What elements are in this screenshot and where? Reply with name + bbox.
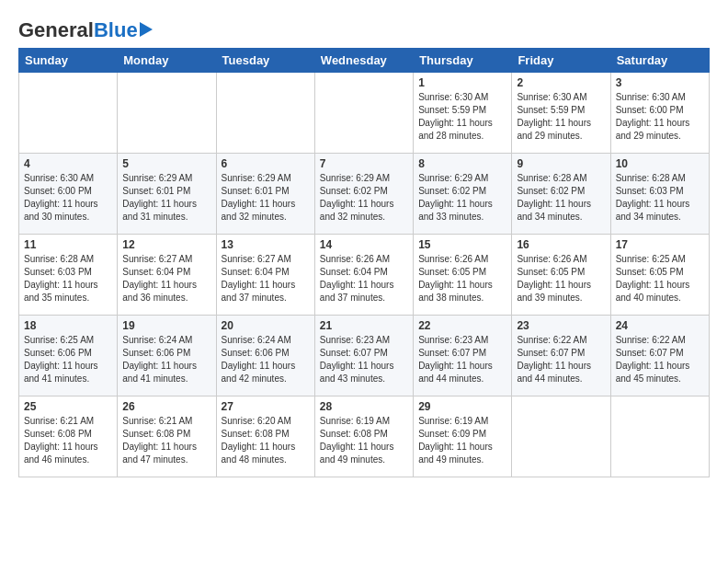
day-info: Sunrise: 6:25 AM Sunset: 6:05 PM Dayligh… (616, 253, 704, 304)
day-number: 12 (122, 238, 210, 251)
day-info: Sunrise: 6:27 AM Sunset: 6:04 PM Dayligh… (222, 253, 310, 304)
day-info: Sunrise: 6:26 AM Sunset: 6:05 PM Dayligh… (517, 253, 605, 304)
calendar-cell: 12Sunrise: 6:27 AM Sunset: 6:04 PM Dayli… (118, 235, 216, 316)
logo-blue: Blue (94, 18, 138, 42)
calendar-cell: 29Sunrise: 6:19 AM Sunset: 6:09 PM Dayli… (414, 396, 512, 477)
day-number: 17 (616, 238, 704, 251)
day-info: Sunrise: 6:19 AM Sunset: 6:09 PM Dayligh… (418, 415, 506, 466)
day-info: Sunrise: 6:22 AM Sunset: 6:07 PM Dayligh… (517, 334, 605, 385)
day-number: 11 (24, 238, 112, 251)
calendar-cell: 7Sunrise: 6:29 AM Sunset: 6:02 PM Daylig… (314, 154, 413, 235)
calendar-cell: 17Sunrise: 6:25 AM Sunset: 6:05 PM Dayli… (610, 235, 709, 316)
day-info: Sunrise: 6:28 AM Sunset: 6:03 PM Dayligh… (616, 172, 704, 224)
calendar-cell: 5Sunrise: 6:29 AM Sunset: 6:01 PM Daylig… (118, 154, 216, 235)
day-number: 23 (517, 319, 605, 332)
day-number: 16 (517, 238, 605, 251)
col-header-sunday: Sunday (19, 49, 118, 73)
calendar-cell: 3Sunrise: 6:30 AM Sunset: 6:00 PM Daylig… (610, 73, 709, 154)
calendar-cell: 2Sunrise: 6:30 AM Sunset: 5:59 PM Daylig… (512, 73, 610, 154)
day-info: Sunrise: 6:23 AM Sunset: 6:07 PM Dayligh… (418, 334, 506, 385)
logo: General Blue (18, 18, 153, 42)
day-info: Sunrise: 6:29 AM Sunset: 6:02 PM Dayligh… (320, 172, 408, 224)
calendar-cell: 28Sunrise: 6:19 AM Sunset: 6:08 PM Dayli… (314, 396, 413, 477)
day-number: 6 (222, 157, 310, 170)
calendar-cell: 8Sunrise: 6:29 AM Sunset: 6:02 PM Daylig… (414, 154, 512, 235)
day-info: Sunrise: 6:30 AM Sunset: 6:00 PM Dayligh… (616, 91, 704, 143)
day-info: Sunrise: 6:29 AM Sunset: 6:01 PM Dayligh… (122, 172, 210, 224)
day-number: 19 (122, 319, 210, 332)
day-number: 7 (320, 157, 408, 170)
calendar-cell: 27Sunrise: 6:20 AM Sunset: 6:08 PM Dayli… (216, 396, 314, 477)
calendar-cell: 24Sunrise: 6:22 AM Sunset: 6:07 PM Dayli… (610, 316, 709, 396)
day-number: 4 (24, 157, 112, 170)
day-info: Sunrise: 6:29 AM Sunset: 6:01 PM Dayligh… (222, 172, 310, 224)
day-number: 28 (320, 400, 408, 413)
calendar-cell (610, 396, 709, 477)
day-info: Sunrise: 6:21 AM Sunset: 6:08 PM Dayligh… (24, 415, 112, 466)
calendar-cell: 13Sunrise: 6:27 AM Sunset: 6:04 PM Dayli… (216, 235, 314, 316)
day-info: Sunrise: 6:24 AM Sunset: 6:06 PM Dayligh… (222, 334, 310, 385)
day-number: 27 (222, 400, 310, 413)
header: General Blue (18, 15, 710, 42)
day-number: 21 (320, 319, 408, 332)
day-number: 22 (418, 319, 506, 332)
day-number: 3 (616, 76, 704, 89)
day-info: Sunrise: 6:22 AM Sunset: 6:07 PM Dayligh… (616, 334, 704, 385)
calendar-cell (118, 73, 216, 154)
logo-arrow-icon (140, 22, 153, 37)
day-number: 9 (517, 157, 605, 170)
calendar-cell: 18Sunrise: 6:25 AM Sunset: 6:06 PM Dayli… (19, 316, 118, 396)
calendar-cell: 14Sunrise: 6:26 AM Sunset: 6:04 PM Dayli… (314, 235, 413, 316)
col-header-tuesday: Tuesday (216, 49, 314, 73)
day-info: Sunrise: 6:27 AM Sunset: 6:04 PM Dayligh… (122, 253, 210, 304)
col-header-monday: Monday (118, 49, 216, 73)
calendar-cell: 20Sunrise: 6:24 AM Sunset: 6:06 PM Dayli… (216, 316, 314, 396)
calendar-cell: 21Sunrise: 6:23 AM Sunset: 6:07 PM Dayli… (314, 316, 413, 396)
calendar-cell: 22Sunrise: 6:23 AM Sunset: 6:07 PM Dayli… (414, 316, 512, 396)
day-number: 20 (222, 319, 310, 332)
col-header-wednesday: Wednesday (314, 49, 413, 73)
day-info: Sunrise: 6:26 AM Sunset: 6:05 PM Dayligh… (418, 253, 506, 304)
day-info: Sunrise: 6:28 AM Sunset: 6:02 PM Dayligh… (517, 172, 605, 224)
day-info: Sunrise: 6:25 AM Sunset: 6:06 PM Dayligh… (24, 334, 112, 385)
day-number: 15 (418, 238, 506, 251)
calendar-cell: 15Sunrise: 6:26 AM Sunset: 6:05 PM Dayli… (414, 235, 512, 316)
day-number: 24 (616, 319, 704, 332)
day-info: Sunrise: 6:26 AM Sunset: 6:04 PM Dayligh… (320, 253, 408, 304)
day-info: Sunrise: 6:23 AM Sunset: 6:07 PM Dayligh… (320, 334, 408, 385)
calendar-cell: 16Sunrise: 6:26 AM Sunset: 6:05 PM Dayli… (512, 235, 610, 316)
day-number: 1 (418, 76, 506, 89)
day-info: Sunrise: 6:19 AM Sunset: 6:08 PM Dayligh… (320, 415, 408, 466)
day-info: Sunrise: 6:30 AM Sunset: 6:00 PM Dayligh… (24, 172, 112, 224)
calendar-cell: 11Sunrise: 6:28 AM Sunset: 6:03 PM Dayli… (19, 235, 118, 316)
day-number: 2 (517, 76, 605, 89)
calendar-cell: 10Sunrise: 6:28 AM Sunset: 6:03 PM Dayli… (610, 154, 709, 235)
day-number: 10 (616, 157, 704, 170)
calendar-cell (512, 396, 610, 477)
day-number: 18 (24, 319, 112, 332)
calendar-cell (216, 73, 314, 154)
calendar-cell: 26Sunrise: 6:21 AM Sunset: 6:08 PM Dayli… (118, 396, 216, 477)
calendar-cell: 9Sunrise: 6:28 AM Sunset: 6:02 PM Daylig… (512, 154, 610, 235)
calendar-cell: 4Sunrise: 6:30 AM Sunset: 6:00 PM Daylig… (19, 154, 118, 235)
calendar-cell: 1Sunrise: 6:30 AM Sunset: 5:59 PM Daylig… (414, 73, 512, 154)
calendar-cell: 19Sunrise: 6:24 AM Sunset: 6:06 PM Dayli… (118, 316, 216, 396)
day-info: Sunrise: 6:28 AM Sunset: 6:03 PM Dayligh… (24, 253, 112, 304)
col-header-thursday: Thursday (414, 49, 512, 73)
day-info: Sunrise: 6:30 AM Sunset: 5:59 PM Dayligh… (517, 91, 605, 143)
calendar-cell: 23Sunrise: 6:22 AM Sunset: 6:07 PM Dayli… (512, 316, 610, 396)
calendar-cell (314, 73, 413, 154)
day-info: Sunrise: 6:20 AM Sunset: 6:08 PM Dayligh… (222, 415, 310, 466)
day-number: 26 (122, 400, 210, 413)
calendar-cell: 25Sunrise: 6:21 AM Sunset: 6:08 PM Dayli… (19, 396, 118, 477)
day-info: Sunrise: 6:30 AM Sunset: 5:59 PM Dayligh… (418, 91, 506, 143)
col-header-friday: Friday (512, 49, 610, 73)
logo-general: General (18, 18, 94, 42)
calendar-table: SundayMondayTuesdayWednesdayThursdayFrid… (18, 48, 710, 477)
day-number: 8 (418, 157, 506, 170)
day-number: 25 (24, 400, 112, 413)
day-number: 14 (320, 238, 408, 251)
day-info: Sunrise: 6:24 AM Sunset: 6:06 PM Dayligh… (122, 334, 210, 385)
day-number: 5 (122, 157, 210, 170)
calendar-cell (19, 73, 118, 154)
